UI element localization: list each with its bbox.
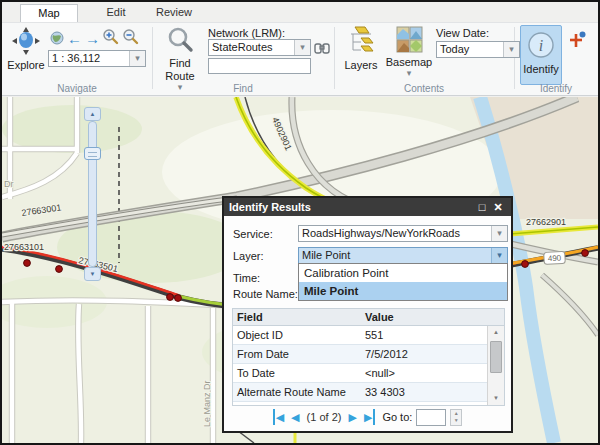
identify-results-dialog: Identify Results □ ✕ Service: RoadsHighw… (222, 196, 513, 433)
basemap-icon (396, 26, 423, 55)
identify-button[interactable]: i Identify (520, 25, 562, 85)
chevron-down-icon[interactable]: ▾ (491, 226, 507, 241)
table-header: Field Value (233, 309, 504, 326)
spinner-down-icon: ▼ (451, 417, 461, 425)
highway-shield-490: 490 (544, 251, 566, 264)
ribbon-tabbar: Map Edit Review (2, 2, 598, 22)
route-label: 27663101 (4, 242, 44, 252)
next-extent-button[interactable]: → (84, 30, 101, 47)
view-date-label: View Date: (436, 27, 489, 39)
explore-pan-icon (10, 26, 42, 58)
first-page-button[interactable]: ◀ (273, 409, 284, 425)
street-name-label: Le Manz Dr (202, 380, 212, 427)
goto-spinner[interactable]: ▲ ▼ (450, 409, 462, 426)
maximize-icon[interactable]: □ (474, 201, 490, 213)
pagination-bar: ◀ ◀ (1 of 2) ▶ ▶ Go to: ▲ ▼ (224, 407, 511, 427)
table-scrollbar[interactable]: ▲ ▼ (487, 326, 504, 405)
binoculars-icon (314, 41, 330, 57)
identify-info-icon: i (526, 30, 556, 62)
tab-edit[interactable]: Edit (88, 4, 144, 22)
table-row[interactable] (233, 402, 487, 405)
layers-icon (347, 26, 375, 58)
goto-page-input[interactable] (416, 409, 446, 426)
identify-route-location-button[interactable] (566, 30, 588, 52)
next-page-button[interactable]: ▶ (348, 409, 356, 425)
group-label-contents: Contents (334, 83, 514, 94)
scale-value: 1 : 36,112 (49, 51, 129, 66)
zoom-slider-track[interactable] (88, 121, 97, 267)
network-lrm-combobox[interactable]: StateRoutes ▾ (208, 39, 311, 56)
layer-option-mile-point[interactable]: Mile Point (299, 282, 507, 300)
ribbon: Explore ← → (2, 22, 598, 96)
dialog-titlebar[interactable]: Identify Results □ ✕ (224, 198, 511, 216)
table-row[interactable]: Object ID551 (233, 326, 487, 345)
explore-button[interactable]: Explore (4, 26, 48, 71)
fixed-zoom-in-button[interactable] (102, 29, 119, 46)
network-lrm-label: Network (LRM): (208, 27, 285, 39)
app-window: Map Edit Review Explore (0, 0, 600, 445)
layer-option-calibration-point[interactable]: Calibration Point (299, 264, 507, 282)
chevron-down-icon[interactable]: ▾ (294, 40, 310, 55)
previous-extent-button[interactable]: ← (66, 30, 83, 47)
svg-text:i: i (539, 37, 543, 54)
view-date-combobox[interactable]: Today ▾ (436, 41, 520, 58)
group-separator (514, 27, 515, 89)
full-extent-button[interactable] (48, 30, 65, 47)
arrow-right-icon: → (85, 31, 100, 46)
table-row[interactable]: From Date7/5/2012 (233, 345, 487, 364)
chevron-down-icon: ▾ (407, 68, 412, 78)
spinner-up-icon: ▲ (451, 410, 461, 418)
tab-map[interactable]: Map (20, 4, 78, 22)
close-icon[interactable]: ✕ (490, 201, 506, 214)
fixed-zoom-out-button[interactable] (122, 29, 139, 46)
route-name-label: Route Name: (233, 288, 298, 300)
street-name-label: Dr (4, 179, 14, 189)
dialog-title: Identify Results (229, 201, 311, 213)
scroll-up-icon[interactable]: ▲ (488, 326, 504, 339)
arrow-left-icon: ← (67, 31, 82, 46)
chevron-down-icon[interactable]: ▾ (491, 248, 507, 263)
zoom-slider-plus-button[interactable]: ▲ (84, 107, 101, 121)
page-indicator: (1 of 2) (307, 411, 342, 423)
route-input[interactable] (208, 58, 311, 74)
chevron-down-icon[interactable]: ▾ (129, 51, 145, 66)
group-label-navigate: Navigate (2, 83, 152, 94)
scale-combobox[interactable]: 1 : 36,112 ▾ (48, 50, 146, 67)
basemap-button[interactable]: Basemap ▾ (386, 26, 432, 78)
table-row[interactable]: Alternate Route Name33 4303 (233, 383, 487, 402)
scroll-down-icon[interactable]: ▼ (488, 392, 504, 405)
group-label-identify: Identify (514, 83, 598, 94)
zoom-out-icon (122, 28, 139, 47)
scrollbar-thumb[interactable] (490, 341, 502, 373)
previous-page-button[interactable]: ◀ (291, 409, 299, 425)
route-label: 27662901 (526, 217, 566, 227)
layer-label: Layer: (233, 250, 264, 262)
goto-label: Go to: (382, 411, 412, 423)
service-label: Service: (233, 228, 273, 240)
tab-review[interactable]: Review (144, 4, 204, 22)
layers-button[interactable]: Layers (340, 26, 382, 71)
layer-combobox[interactable]: Mile Point ▾ (298, 247, 508, 264)
group-separator (152, 27, 153, 89)
chevron-down-icon[interactable]: ▾ (503, 42, 519, 57)
zoom-slider-handle[interactable] (84, 147, 101, 160)
search-routes-button[interactable] (313, 40, 330, 57)
table-row[interactable]: To Date<null> (233, 364, 487, 383)
attributes-table: Field Value Object ID551 From Date7/5/20… (232, 308, 505, 406)
svg-text:490: 490 (548, 254, 562, 264)
group-label-find: Find (152, 83, 334, 94)
service-combobox[interactable]: RoadsHighways/NewYorkRoads ▾ (298, 225, 508, 242)
zoom-in-icon (102, 28, 119, 47)
last-page-button[interactable]: ▶ (364, 409, 375, 425)
group-separator (334, 27, 335, 89)
zoom-slider-minus-button[interactable]: ▼ (84, 267, 101, 281)
red-crosshair-info-icon (567, 30, 587, 52)
time-label: Time: (233, 272, 260, 284)
find-route-magnifier-icon (166, 26, 194, 56)
layer-dropdown-list: Calibration Point Mile Point (298, 263, 508, 301)
globe-icon (50, 31, 64, 47)
